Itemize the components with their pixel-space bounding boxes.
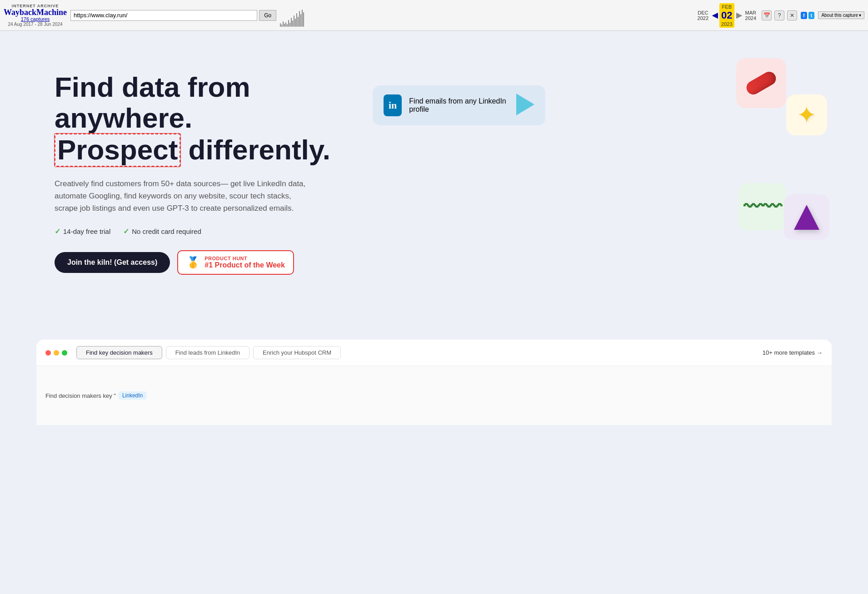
bar bbox=[285, 22, 286, 27]
linkedin-card-text: Find emails from any LinkedIn profile bbox=[409, 97, 509, 114]
close-icon[interactable]: ✕ bbox=[787, 10, 797, 20]
wayback-logo: WaybackMachine bbox=[4, 8, 67, 16]
hero-title: Find data from anywhere. Prospect differ… bbox=[55, 72, 336, 167]
year-right-label: MAR bbox=[745, 10, 756, 15]
toolbar-icons: 📅 ? ✕ bbox=[762, 10, 797, 20]
ph-title: #1 Product of the Week bbox=[205, 261, 285, 269]
checkmark-icon-2: ✓ bbox=[123, 227, 129, 236]
year-center-num: 2023 bbox=[721, 21, 732, 27]
timeline bbox=[280, 4, 692, 27]
purple-pyramid-shape bbox=[794, 205, 819, 230]
bar bbox=[295, 19, 296, 27]
dropdown-arrow: ▾ bbox=[859, 13, 861, 18]
hero-prospect-word: Prospect bbox=[55, 134, 180, 166]
bar bbox=[283, 21, 284, 27]
window-dots bbox=[45, 350, 67, 356]
capture-date-range: 24 Aug 2017 - 28 Jun 2024 bbox=[8, 22, 62, 27]
ph-label: PRODUCT HUNT bbox=[205, 256, 285, 261]
window-dot-red bbox=[45, 350, 51, 356]
tab-find-decision-makers[interactable]: Find key decision makers bbox=[76, 346, 162, 359]
bar bbox=[302, 10, 303, 27]
hero-title-line1: Find data from anywhere. bbox=[55, 71, 250, 134]
calendar-icon[interactable]: 📅 bbox=[762, 10, 772, 20]
bar bbox=[298, 17, 299, 27]
template-section: Find key decision makers Find leads from… bbox=[36, 340, 832, 425]
window-dot-green bbox=[62, 350, 67, 356]
cone-shape bbox=[516, 94, 534, 117]
url-bar: Go bbox=[70, 10, 276, 21]
help-icon[interactable]: ? bbox=[774, 10, 784, 20]
hero-checks: ✓ 14-day free trial ✓ No credit card req… bbox=[55, 227, 336, 236]
next-arrow[interactable]: ▶ bbox=[736, 11, 742, 20]
hero-buttons: Join the kiln! (Get access) 🥇 PRODUCT HU… bbox=[55, 250, 336, 275]
year-center-label: FEB bbox=[722, 4, 732, 10]
year-left: DEC 2022 bbox=[696, 9, 710, 22]
bar bbox=[288, 20, 289, 27]
url-input[interactable] bbox=[70, 10, 257, 21]
bar bbox=[280, 23, 281, 27]
linkedin-card[interactable]: in Find emails from any LinkedIn profile bbox=[373, 85, 545, 125]
year-right-num: 2024 bbox=[745, 15, 756, 21]
hero-title-line2: differently. bbox=[189, 134, 330, 165]
wayback-logo-area: INTERNET ARCHIVE WaybackMachine 176 capt… bbox=[4, 4, 67, 27]
more-templates-arrow: → bbox=[817, 349, 823, 356]
bar bbox=[291, 18, 292, 27]
template-tabs-bar: Find key decision makers Find leads from… bbox=[36, 340, 832, 366]
template-preview-row: Find decision makers key " LinkedIn bbox=[45, 375, 146, 416]
ph-text-block: PRODUCT HUNT #1 Product of the Week bbox=[205, 256, 285, 269]
bar bbox=[303, 12, 304, 27]
bar bbox=[292, 20, 293, 27]
more-templates-label: 10+ more templates bbox=[763, 349, 815, 356]
checkmark-icon-1: ✓ bbox=[55, 227, 60, 236]
red-pill-icon-container bbox=[736, 58, 786, 108]
captures-link[interactable]: 176 captures bbox=[21, 16, 50, 22]
facebook-button[interactable]: f bbox=[801, 12, 807, 19]
social-share: f t bbox=[801, 12, 814, 19]
gold-star-icon-container: ✦ bbox=[786, 94, 827, 135]
year-center: FEB 02 2023 bbox=[719, 3, 734, 28]
about-label: About this capture bbox=[821, 13, 858, 18]
medal-emoji: 🥇 bbox=[186, 256, 200, 269]
wayback-toolbar: INTERNET ARCHIVE WaybackMachine 176 capt… bbox=[0, 0, 868, 31]
tab-enrich-hubspot[interactable]: Enrich your Hubspot CRM bbox=[253, 346, 341, 359]
hero-description: Creatively find customers from 50+ data … bbox=[55, 178, 309, 215]
product-hunt-button[interactable]: 🥇 PRODUCT HUNT #1 Product of the Week bbox=[177, 250, 294, 275]
bar bbox=[294, 15, 294, 27]
linkedin-icon: in bbox=[384, 94, 402, 116]
day-display: 02 bbox=[721, 10, 732, 21]
template-preview-text: Find decision makers key " bbox=[45, 392, 116, 399]
bar bbox=[287, 24, 288, 27]
template-badge: LinkedIn bbox=[119, 391, 146, 400]
bar bbox=[284, 24, 285, 27]
more-templates-link[interactable]: 10+ more templates → bbox=[763, 349, 823, 356]
template-content-area: Find decision makers key " LinkedIn bbox=[36, 366, 832, 425]
join-button[interactable]: Join the kiln! (Get access) bbox=[55, 252, 170, 273]
year-left-num: 2022 bbox=[698, 15, 708, 21]
window-dot-yellow bbox=[54, 350, 59, 356]
green-squiggle-shape: 〰〰 bbox=[743, 196, 782, 218]
year-right: MAR 2024 bbox=[743, 9, 758, 22]
machine-text: Machine bbox=[36, 8, 67, 17]
hero-right: in Find emails from any LinkedIn profile… bbox=[354, 58, 832, 267]
hero-left: Find data from anywhere. Prospect differ… bbox=[55, 58, 336, 275]
timeline-bars bbox=[280, 9, 304, 27]
prev-arrow[interactable]: ◀ bbox=[712, 11, 718, 20]
year-left-label: DEC bbox=[698, 10, 708, 15]
bar bbox=[299, 11, 300, 27]
check-trial-label: 14-day free trial bbox=[63, 228, 110, 235]
about-capture-button[interactable]: About this capture ▾ bbox=[818, 11, 864, 19]
check-no-card: ✓ No credit card required bbox=[123, 227, 201, 236]
bar bbox=[281, 25, 282, 27]
year-navigation: DEC 2022 ◀ FEB 02 2023 ▶ MAR 2024 bbox=[696, 3, 758, 28]
tab-find-linkedin-leads[interactable]: Find leads from LinkedIn bbox=[166, 346, 249, 359]
main-page: Find data from anywhere. Prospect differ… bbox=[0, 31, 868, 594]
red-pill-shape bbox=[744, 69, 778, 97]
bar bbox=[289, 23, 290, 27]
twitter-button[interactable]: t bbox=[808, 12, 815, 19]
go-button[interactable]: Go bbox=[259, 10, 276, 21]
green-squiggle-icon-container: 〰〰 bbox=[738, 183, 786, 231]
check-trial: ✓ 14-day free trial bbox=[55, 227, 110, 236]
svg-marker-0 bbox=[516, 94, 534, 115]
hero-section: Find data from anywhere. Prospect differ… bbox=[0, 31, 868, 340]
check-no-card-label: No credit card required bbox=[132, 228, 201, 235]
